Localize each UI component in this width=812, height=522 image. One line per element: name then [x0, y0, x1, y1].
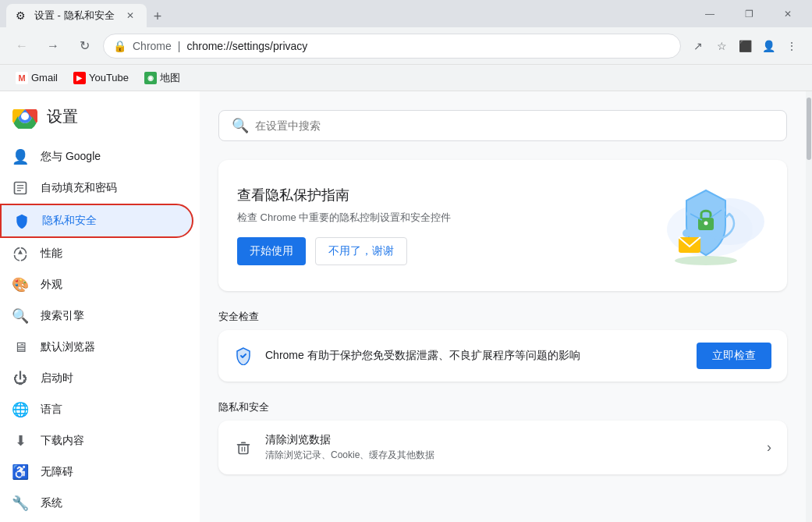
- close-button[interactable]: ✕: [770, 0, 806, 27]
- chrome-logo-icon: [12, 104, 37, 129]
- back-button[interactable]: ←: [9, 34, 34, 59]
- tab-title: 设置 - 隐私和安全: [34, 9, 117, 23]
- sidebar-item-search-label: 搜索引擎: [41, 309, 84, 323]
- sidebar-header: 设置: [0, 104, 200, 141]
- address-brand: Chrome: [133, 40, 172, 52]
- sidebar-item-appearance[interactable]: 🎨 外观: [0, 269, 193, 300]
- security-check-card: Chrome 有助于保护您免受数据泄露、不良扩展程序等问题的影响 立即检查: [218, 330, 787, 382]
- sidebar-item-startup[interactable]: ⏻ 启动时: [0, 363, 193, 394]
- sidebar-item-performance[interactable]: 性能: [0, 238, 193, 269]
- sidebar-item-system-label: 系统: [41, 496, 62, 510]
- trash-icon: [234, 439, 253, 457]
- scrollbar-thumb[interactable]: [807, 98, 811, 160]
- bookmarks-bar: M Gmail ▶ YouTube ◉ 地图: [0, 65, 812, 91]
- share-button[interactable]: ↗: [687, 35, 709, 57]
- sidebar-item-language[interactable]: 🌐 语言: [0, 394, 193, 425]
- sidebar: 设置 👤 您与 Google 自动填充和密码: [0, 91, 200, 522]
- sidebar-item-privacy[interactable]: 隐私和安全: [0, 204, 193, 238]
- power-icon: ⏻: [12, 371, 28, 386]
- performance-icon: [12, 246, 28, 261]
- guide-card-description: 检查 Chrome 中重要的隐私控制设置和安全控件: [237, 211, 631, 225]
- sidebar-item-performance-label: 性能: [41, 247, 62, 261]
- address-bar-area: ← → ↻ 🔒 Chrome | chrome://settings/priva…: [0, 27, 812, 65]
- security-check-text: Chrome 有助于保护您免受数据泄露、不良扩展程序等问题的影响: [265, 349, 684, 363]
- wrench-icon: 🔧: [12, 495, 28, 511]
- sidebar-item-autofill-label: 自动填充和密码: [41, 181, 117, 195]
- youtube-favicon: ▶: [73, 72, 86, 84]
- guide-card-title: 查看隐私保护指南: [237, 186, 631, 204]
- bookmark-maps[interactable]: ◉ 地图: [138, 68, 186, 88]
- bookmark-youtube-label: YouTube: [89, 72, 129, 83]
- settings-title: 设置: [47, 106, 78, 127]
- privacy-illustration: [644, 179, 768, 272]
- address-url: chrome://settings/privacy: [186, 40, 671, 52]
- address-bar[interactable]: 🔒 Chrome | chrome://settings/privacy: [103, 34, 681, 59]
- reload-button[interactable]: ↻: [72, 34, 97, 59]
- sidebar-item-system[interactable]: 🔧 系统: [0, 488, 193, 519]
- tab-area: ⚙ 设置 - 隐私和安全 ✕ +: [6, 0, 343, 27]
- svg-point-13: [683, 229, 690, 237]
- window-controls: — ❐ ✕: [692, 0, 806, 27]
- start-button[interactable]: 开始使用: [237, 237, 306, 265]
- bookmark-button[interactable]: ☆: [711, 35, 732, 57]
- settings-search-bar[interactable]: 🔍: [218, 110, 787, 141]
- svg-point-10: [704, 222, 708, 225]
- sidebar-item-google[interactable]: 👤 您与 Google: [0, 141, 193, 172]
- tab-close-button[interactable]: ✕: [123, 9, 137, 23]
- active-tab[interactable]: ⚙ 设置 - 隐私和安全 ✕: [6, 4, 147, 27]
- autofill-icon: [12, 180, 28, 196]
- sidebar-item-downloads[interactable]: ⬇ 下载内容: [0, 425, 193, 456]
- sidebar-item-language-label: 语言: [41, 403, 62, 417]
- clear-browsing-title: 清除浏览数据: [265, 433, 754, 447]
- sidebar-item-autofill[interactable]: 自动填充和密码: [0, 172, 193, 204]
- sidebar-item-search[interactable]: 🔍 搜索引擎: [0, 300, 193, 332]
- forward-button[interactable]: →: [41, 34, 66, 59]
- language-icon: 🌐: [12, 402, 28, 417]
- title-bar: ⚙ 设置 - 隐私和安全 ✕ + — ❐ ✕: [0, 0, 812, 27]
- svg-point-17: [675, 256, 737, 265]
- security-shield-icon: [234, 346, 253, 365]
- sidebar-item-downloads-label: 下载内容: [41, 434, 84, 448]
- maps-favicon: ◉: [144, 72, 157, 84]
- sidebar-item-browser-label: 默认浏览器: [41, 340, 95, 354]
- browser-icon: 🖥: [12, 339, 28, 355]
- extensions-button[interactable]: ⬛: [734, 35, 756, 57]
- menu-button[interactable]: ⋮: [781, 35, 803, 57]
- privacy-section-title: 隐私和安全: [218, 400, 787, 414]
- scrollbar-track[interactable]: [806, 91, 812, 522]
- search-icon: 🔍: [12, 308, 28, 324]
- search-magnifier-icon: 🔍: [232, 117, 249, 134]
- check-now-button[interactable]: 立即检查: [697, 343, 771, 369]
- guide-card-buttons: 开始使用 不用了，谢谢: [237, 237, 631, 265]
- privacy-section-card: 清除浏览数据 清除浏览记录、Cookie、缓存及其他数据 ›: [218, 421, 787, 474]
- settings-search-input[interactable]: [255, 119, 774, 132]
- clear-browsing-desc: 清除浏览记录、Cookie、缓存及其他数据: [265, 449, 754, 462]
- sidebar-item-startup-label: 启动时: [41, 371, 73, 385]
- no-thanks-button[interactable]: 不用了，谢谢: [315, 237, 407, 265]
- secure-icon: 🔒: [113, 40, 126, 52]
- guide-card-content: 查看隐私保护指南 检查 Chrome 中重要的隐私控制设置和安全控件 开始使用 …: [237, 186, 631, 265]
- maximize-button[interactable]: ❐: [731, 0, 767, 27]
- bookmark-maps-label: 地图: [160, 71, 180, 85]
- sidebar-item-browser[interactable]: 🖥 默认浏览器: [0, 332, 193, 363]
- gmail-favicon: M: [16, 72, 28, 84]
- sidebar-item-google-label: 您与 Google: [41, 150, 101, 164]
- download-icon: ⬇: [12, 433, 28, 449]
- profile-button[interactable]: 👤: [757, 35, 779, 57]
- bookmark-gmail[interactable]: M Gmail: [9, 69, 64, 87]
- shield-icon: [14, 213, 30, 229]
- tab-favicon: ⚙: [16, 9, 28, 22]
- new-tab-button[interactable]: +: [147, 5, 168, 27]
- sidebar-item-privacy-label: 隐私和安全: [42, 214, 97, 228]
- svg-point-2: [21, 112, 29, 120]
- chevron-right-icon: ›: [767, 439, 771, 456]
- bookmark-youtube[interactable]: ▶ YouTube: [67, 69, 135, 87]
- accessibility-icon: ♿: [12, 464, 28, 480]
- sidebar-item-accessibility-label: 无障碍: [41, 465, 73, 479]
- sidebar-item-accessibility[interactable]: ♿ 无障碍: [0, 456, 193, 488]
- security-section-title: 安全检查: [218, 310, 787, 324]
- svg-rect-18: [239, 444, 248, 453]
- clear-browsing-data-item[interactable]: 清除浏览数据 清除浏览记录、Cookie、缓存及其他数据 ›: [218, 421, 787, 474]
- minimize-button[interactable]: —: [692, 0, 728, 27]
- person-icon: 👤: [12, 149, 28, 165]
